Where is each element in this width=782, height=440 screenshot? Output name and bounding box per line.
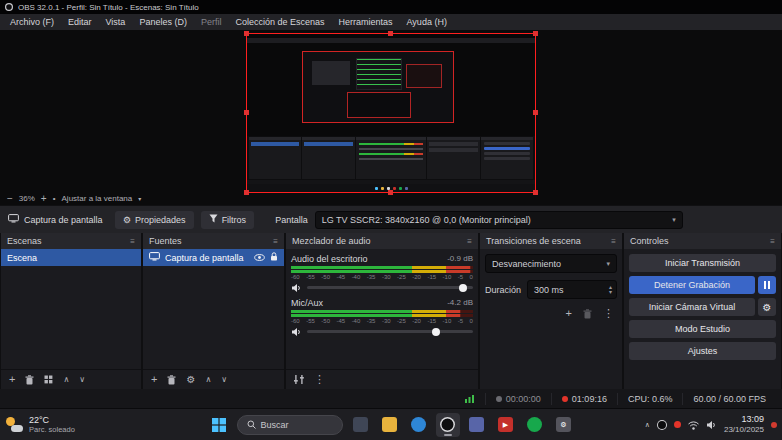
sources-dock-header[interactable]: Fuentes ≡ (143, 233, 284, 249)
studio-mode-button[interactable]: Modo Estudio (629, 320, 776, 338)
speaker-icon[interactable] (291, 323, 302, 341)
menu-editar[interactable]: Editar (61, 14, 99, 30)
volume-icon[interactable] (706, 416, 717, 434)
dock-menu-icon[interactable]: ≡ (273, 237, 278, 246)
add-source-button[interactable]: + (151, 374, 157, 385)
zoom-out-button[interactable]: − (7, 195, 13, 203)
remove-transition-button[interactable] (583, 309, 592, 319)
recording-tray-icon[interactable] (674, 421, 681, 428)
volume-slider-handle[interactable] (459, 284, 467, 292)
transitions-dock-header[interactable]: Transiciones de escena ≡ (480, 233, 622, 249)
transform-handle-middle-left[interactable] (244, 110, 249, 115)
visibility-eye-icon[interactable] (254, 253, 265, 263)
pause-recording-button[interactable] (758, 276, 776, 294)
obs-tray-icon[interactable] (657, 420, 667, 430)
transform-handle-bottom-right[interactable] (533, 190, 538, 195)
source-move-up-button[interactable]: ∧ (205, 375, 211, 384)
weather-widget[interactable]: 22°C Parc. soleado (6, 415, 75, 435)
transform-handle-top-right[interactable] (533, 31, 538, 36)
add-scene-button[interactable]: + (9, 374, 15, 385)
transform-handle-bottom-center[interactable] (388, 190, 393, 195)
tray-chevron-up-icon[interactable]: ∧ (645, 421, 650, 429)
dock-area: Escenas ≡ Escena + ∧ ∨ Fuentes ≡ (1, 233, 781, 389)
mixer-options-icon[interactable]: ⋮ (314, 374, 325, 385)
start-streaming-button[interactable]: Iniciar Transmisión (629, 254, 776, 272)
filters-button[interactable]: Filtros (201, 211, 255, 229)
controls-body: Iniciar Transmisión Detener Grabación In… (624, 249, 781, 389)
mixer-dock-header[interactable]: Mezclador de audio ≡ (286, 233, 478, 249)
virtual-camera-settings-button[interactable]: ⚙ (758, 298, 776, 316)
dock-menu-icon[interactable]: ≡ (130, 237, 135, 246)
taskbar-icon-edge[interactable] (407, 413, 431, 437)
scene-move-down-button[interactable]: ∨ (79, 375, 85, 384)
chevron-down-icon: ▾ (606, 260, 610, 268)
menu-ayuda[interactable]: Ayuda (H) (400, 14, 454, 30)
volume-slider[interactable] (307, 286, 473, 289)
notification-badge[interactable] (771, 422, 777, 428)
start-button[interactable] (207, 413, 231, 437)
dock-menu-icon[interactable]: ≡ (611, 237, 616, 246)
monitor-icon (149, 252, 160, 263)
scene-grid-mode-button[interactable] (44, 375, 53, 384)
taskbar-icon-file-explorer[interactable] (378, 413, 402, 437)
volume-slider[interactable] (307, 330, 473, 333)
menu-paneles[interactable]: Paneles (D) (132, 14, 194, 30)
mini-obs-docks (247, 136, 535, 180)
meter-scale-tick: -35 (367, 318, 376, 324)
menu-vista[interactable]: Vista (99, 14, 133, 30)
meter-scale-tick: -45 (336, 318, 345, 324)
volume-slider-handle[interactable] (432, 328, 440, 336)
cpu-usage-value: CPU: 0.6% (628, 394, 673, 404)
speaker-icon[interactable] (291, 279, 302, 297)
controls-dock-header[interactable]: Controles ≡ (624, 233, 781, 249)
menu-herramientas[interactable]: Herramientas (332, 14, 400, 30)
display-label: Pantalla (275, 215, 308, 225)
scene-list-item[interactable]: Escena (1, 249, 141, 266)
menu-perfil[interactable]: Perfil (194, 14, 229, 30)
add-transition-button[interactable]: + (566, 308, 572, 319)
transform-handle-top-left[interactable] (244, 31, 249, 36)
taskbar-icon-discord[interactable] (465, 413, 489, 437)
duration-spinbox[interactable]: 300 ms ▴ ▾ (527, 280, 617, 299)
start-virtual-camera-button[interactable]: Iniciar Cámara Virtual (629, 298, 755, 316)
spin-down-icon[interactable]: ▾ (609, 290, 612, 295)
settings-button[interactable]: Ajustes (629, 342, 776, 360)
taskbar-icon-youtube[interactable]: ▶ (494, 413, 518, 437)
fit-to-window-button[interactable]: Ajustar a la ventana (62, 194, 133, 203)
mixer-body: Audio del escritorio -0.9 dB -60-55-50-4… (286, 249, 478, 369)
taskbar-icon-obs-studio[interactable] (436, 413, 460, 437)
dock-menu-icon[interactable]: ≡ (770, 237, 775, 246)
source-properties-button[interactable]: ⚙ (186, 375, 195, 385)
wifi-icon[interactable] (688, 416, 699, 434)
remove-source-button[interactable] (167, 375, 176, 385)
chevron-down-icon: ▾ (672, 216, 676, 224)
scene-move-up-button[interactable]: ∧ (63, 375, 69, 384)
dock-menu-icon[interactable]: ≡ (467, 237, 472, 246)
properties-button[interactable]: ⚙ Propiedades (115, 211, 194, 229)
spinbox-arrows[interactable]: ▴ ▾ (609, 285, 612, 295)
transition-properties-button[interactable]: ⋮ (603, 308, 614, 319)
taskbar-search[interactable]: Buscar (237, 415, 343, 435)
monitor-icon (8, 214, 19, 225)
screen-capture-source[interactable] (246, 33, 536, 193)
zoom-in-button[interactable]: + (41, 195, 47, 203)
taskbar-icon-settings[interactable]: ⚙ (552, 413, 576, 437)
taskbar-icon-spotify[interactable] (523, 413, 547, 437)
scenes-dock-header[interactable]: Escenas ≡ (1, 233, 141, 249)
source-move-down-button[interactable]: ∨ (221, 375, 227, 384)
display-select[interactable]: LG TV SSCR2: 3840x2160 @ 0,0 (Monitor pr… (315, 211, 683, 229)
stop-recording-button[interactable]: Detener Grabación (629, 276, 755, 294)
lock-icon[interactable] (270, 252, 278, 263)
taskbar-icon-task-view[interactable] (349, 413, 373, 437)
transform-handle-bottom-left[interactable] (244, 190, 249, 195)
transform-handle-top-center[interactable] (388, 31, 393, 36)
transform-handle-middle-right[interactable] (533, 110, 538, 115)
menu-archivo[interactable]: Archivo (F) (3, 14, 61, 30)
menu-coleccion-de-escenas[interactable]: Colección de Escenas (228, 14, 331, 30)
taskbar-clock[interactable]: 13:09 23/10/2025 (724, 414, 764, 435)
advanced-audio-properties-icon[interactable] (294, 375, 304, 384)
source-list-item[interactable]: Captura de pantalla (143, 249, 284, 266)
transition-select[interactable]: Desvanecimiento ▾ (485, 254, 617, 273)
remove-scene-button[interactable] (25, 375, 34, 385)
chevron-down-icon[interactable]: ▾ (138, 195, 141, 202)
